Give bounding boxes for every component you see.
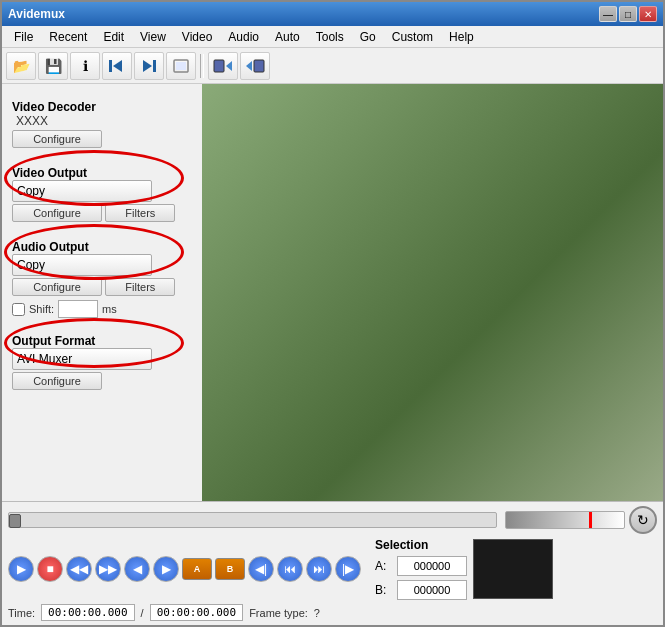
ms-label: ms [102, 303, 117, 315]
svg-rect-6 [214, 60, 224, 72]
video-decoder-configure-button[interactable]: Configure [12, 130, 102, 148]
svg-rect-3 [153, 60, 156, 72]
goto-prev-button[interactable]: ◀| [248, 556, 274, 582]
audio-output-filters-button[interactable]: Filters [105, 278, 175, 296]
menu-auto[interactable]: Auto [267, 26, 308, 47]
right-panel [202, 84, 663, 501]
output-format-dropdown-wrapper: AVI Muxer MKV Muxer MP4 Muxer [12, 348, 192, 370]
menu-edit[interactable]: Edit [95, 26, 132, 47]
info-button[interactable]: ℹ [70, 52, 100, 80]
audio-output-dropdown-wrapper: Copy MP3 AAC AC3 [12, 254, 192, 276]
minimize-button[interactable]: — [599, 6, 617, 22]
main-window: Avidemux — □ ✕ File Recent Edit View Vid… [0, 0, 665, 627]
video-output-dropdown[interactable]: Copy Xvid x264 MPEG-2 [12, 180, 152, 202]
audio-output-label: Audio Output [12, 240, 192, 254]
timecode-row: Time: 00:00:00.000 / 00:00:00.000 Frame … [8, 604, 657, 621]
goto-next-button[interactable]: |▶ [335, 556, 361, 582]
properties-button[interactable] [166, 52, 196, 80]
video-output-configure-button[interactable]: Configure [12, 204, 102, 222]
menu-help[interactable]: Help [441, 26, 482, 47]
frame-next-button[interactable] [134, 52, 164, 80]
video-output-dropdown-wrapper: Copy Xvid x264 MPEG-2 [12, 180, 192, 202]
toolbar: 📂 💾 ℹ [2, 48, 663, 84]
goto-end-button[interactable]: ⏭ [306, 556, 332, 582]
video-output-label: Video Output [12, 166, 192, 180]
svg-marker-8 [246, 61, 252, 71]
time-label: Time: [8, 607, 35, 619]
output-format-configure-button[interactable]: Configure [12, 372, 102, 390]
time-separator: / [141, 607, 144, 619]
selection-b-label: B: [375, 583, 391, 597]
selection-b-input[interactable] [397, 580, 467, 600]
frame-prev-button[interactable] [102, 52, 132, 80]
selection-panel: Selection A: B: [375, 538, 467, 600]
menu-file[interactable]: File [6, 26, 41, 47]
video-output-section: Video Output Copy Xvid x264 MPEG-2 Confi… [12, 156, 192, 228]
video-decoder-section: Video Decoder XXXX Configure [12, 90, 192, 154]
shift-label: Shift: [29, 303, 54, 315]
frame-type-label: Frame type: [249, 607, 308, 619]
window-controls: — □ ✕ [599, 6, 657, 22]
shift-checkbox[interactable] [12, 303, 25, 316]
mark-b-button[interactable]: B [215, 558, 245, 580]
title-bar: Avidemux — □ ✕ [2, 2, 663, 26]
volume-bar[interactable] [505, 511, 625, 529]
svg-marker-7 [226, 61, 232, 71]
svg-marker-2 [143, 60, 152, 72]
audio-output-section: Audio Output Copy MP3 AAC AC3 Configure … [12, 230, 192, 322]
shift-input[interactable] [58, 300, 98, 318]
menu-recent[interactable]: Recent [41, 26, 95, 47]
seek-bar[interactable] [8, 512, 497, 528]
menu-go[interactable]: Go [352, 26, 384, 47]
stop-encode-button[interactable] [240, 52, 270, 80]
maximize-button[interactable]: □ [619, 6, 637, 22]
video-output-filters-button[interactable]: Filters [105, 204, 175, 222]
svg-rect-0 [109, 60, 112, 72]
selection-a-input[interactable] [397, 556, 467, 576]
mark-a-button[interactable]: A [182, 558, 212, 580]
encode-button[interactable] [208, 52, 238, 80]
content-area: Video Decoder XXXX Configure Video Outpu… [2, 84, 663, 501]
save-button[interactable]: 💾 [38, 52, 68, 80]
selection-a-label: A: [375, 559, 391, 573]
output-format-section: Output Format AVI Muxer MKV Muxer MP4 Mu… [12, 324, 192, 396]
forward-button[interactable]: ▶▶ [95, 556, 121, 582]
open-button[interactable]: 📂 [6, 52, 36, 80]
output-format-label: Output Format [12, 334, 192, 348]
volume-marker [589, 512, 592, 528]
menu-custom[interactable]: Custom [384, 26, 441, 47]
menu-view[interactable]: View [132, 26, 174, 47]
transport-controls: ▶ ■ ◀◀ ▶▶ ◀ ▶ A B ◀| ⏮ ⏭ |▶ [8, 556, 361, 582]
svg-rect-9 [254, 60, 264, 72]
next-frame-button[interactable]: ▶ [153, 556, 179, 582]
svg-rect-5 [176, 62, 186, 70]
toolbar-separator [200, 54, 204, 78]
menu-tools[interactable]: Tools [308, 26, 352, 47]
audio-output-configure-button[interactable]: Configure [12, 278, 102, 296]
refresh-button[interactable]: ↻ [629, 506, 657, 534]
total-time-display: 00:00:00.000 [150, 604, 243, 621]
play-button[interactable]: ▶ [8, 556, 34, 582]
seek-thumb [9, 514, 21, 528]
bottom-controls: ↻ ▶ ■ ◀◀ ▶▶ ◀ ▶ A B ◀| ⏮ ⏭ |▶ Selecti [2, 501, 663, 625]
video-decoder-value: XXXX [12, 114, 192, 128]
stop-button[interactable]: ■ [37, 556, 63, 582]
video-thumbnail [473, 539, 553, 599]
menu-audio[interactable]: Audio [220, 26, 267, 47]
goto-start-button[interactable]: ⏮ [277, 556, 303, 582]
video-decoder-label: Video Decoder [12, 100, 192, 114]
svg-marker-1 [113, 60, 122, 72]
frame-type-value: ? [314, 607, 320, 619]
audio-output-dropdown[interactable]: Copy MP3 AAC AC3 [12, 254, 152, 276]
window-title: Avidemux [8, 7, 65, 21]
selection-a-row: A: [375, 556, 467, 576]
output-format-dropdown[interactable]: AVI Muxer MKV Muxer MP4 Muxer [12, 348, 152, 370]
close-button[interactable]: ✕ [639, 6, 657, 22]
selection-title: Selection [375, 538, 467, 552]
left-panel: Video Decoder XXXX Configure Video Outpu… [2, 84, 202, 501]
prev-frame-button[interactable]: ◀ [124, 556, 150, 582]
menu-video[interactable]: Video [174, 26, 220, 47]
shift-row: Shift: ms [12, 300, 192, 318]
rewind-button[interactable]: ◀◀ [66, 556, 92, 582]
video-preview [202, 84, 663, 501]
